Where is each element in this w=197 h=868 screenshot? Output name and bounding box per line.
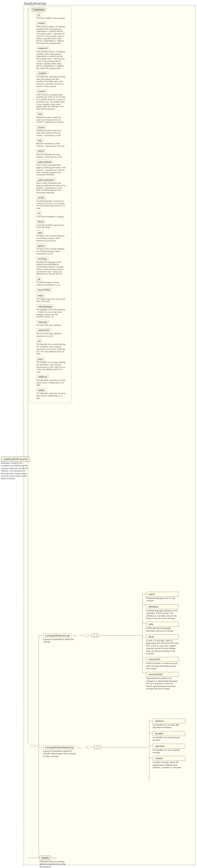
attribute-uri: uriA URI which identifies a concept. xyxy=(36,211,70,218)
attribute-creator: creatorIf the property value is not defi… xyxy=(36,21,70,45)
child-element-related: relatedA related concept, where the rela… xyxy=(153,756,185,769)
attribute-pubconstrainturi: pubconstrainturiOne or many constraints … xyxy=(36,178,70,194)
concept-relationships-group: ConceptRelationshipsGroup 0..∞ A group o… xyxy=(43,745,81,757)
attribute-whyuri: whyuriWhy the metadata has been included… xyxy=(36,149,70,158)
concept-definition-group: ConceptDefinitionGroup 0..∞ A group of p… xyxy=(43,633,76,643)
attribute-name: creatoruri xyxy=(36,46,49,51)
attribute-name: xml:lang xyxy=(36,257,48,261)
root-element-desc: Extension Property: the semantics are de… xyxy=(1,462,28,480)
attribute-valueunituri: valueunituriThe unit of the value attrib… xyxy=(36,328,70,338)
attribute-desc: Specifies the language of this property … xyxy=(36,261,66,276)
attributes-header: attributes xyxy=(32,8,45,11)
cardinality: 0..∞ xyxy=(53,857,56,859)
child-element-label: hierarchyInfo xyxy=(146,672,179,677)
attribute-desc: Why the metadata has been included - exp… xyxy=(36,143,66,148)
attribute-desc: The unit of the value attribute - expres… xyxy=(36,333,66,338)
attribute-desc: Why the metadata has been included - exp… xyxy=(36,154,66,158)
concept-definition-children: nameA natural language name for the conc… xyxy=(146,592,179,692)
child-element-label: definition xyxy=(146,604,179,609)
child-element-desc: An identifier of a concept with equivale… xyxy=(153,724,185,729)
attribute-valuedatatype: valuedatatypeThe datatype of the value a… xyxy=(36,304,70,318)
attribute-name: literal xyxy=(36,220,45,224)
attribute-name: how xyxy=(36,112,44,116)
child-element-desc: A natural language name for the concept. xyxy=(146,597,179,602)
child-element-note: noteAdditional natural language informat… xyxy=(146,622,179,632)
attribute-desc: The datatype of the value attribute – it… xyxy=(36,309,66,318)
attribute-valueunit: valueunitThe unit of the value attribute… xyxy=(36,320,70,327)
attribute-name: why xyxy=(36,138,43,142)
child-element-desc: A link to an item or a web resource whic… xyxy=(146,662,179,670)
attribute-type: typeThe type of the concept assigned as … xyxy=(36,230,70,242)
extension-any-other-label: ##other xyxy=(39,856,51,860)
attribute-name: creator xyxy=(36,21,46,25)
attribute-desc: The identifier of a concept defining the… xyxy=(36,361,66,373)
child-element-definition: definitionA natural language definition … xyxy=(146,604,179,620)
child-element-label: sameAs xyxy=(153,719,185,723)
attribute-qcode: qcodeA concept identifier expressed as a… xyxy=(36,196,70,210)
attribute-creatoruri: creatoruriIf the property value is not d… xyxy=(36,46,70,70)
attribute-desc: A concept identifier expressed as a stri… xyxy=(36,200,66,210)
child-element-desc: In NAR 1.8 and later, 'facet' is depreca… xyxy=(146,640,179,655)
extension-any-other: ##other 0..∞ Extension point for provide… xyxy=(39,856,67,868)
attribute-desc: The date (and, optionally, the time) whe… xyxy=(36,76,66,88)
attribute-desc: If the property value is not defined, sp… xyxy=(36,26,66,45)
child-element-desc: Represents the position of a concept in … xyxy=(146,677,179,690)
attribute-name: custom xyxy=(36,89,47,94)
attribute-name: valuedatatype xyxy=(36,304,54,308)
attribute-name: valueunituri xyxy=(36,328,51,333)
attribute-custom: customIf set to true the corresponding p… xyxy=(36,89,70,111)
concept-relationships-group-desc: A group of properties required to indica… xyxy=(43,750,76,757)
child-element-desc: An identifier of a more specific concept… xyxy=(153,749,185,754)
attribute-desc: The type of the concept assigned as cont… xyxy=(36,235,66,242)
attribute-id: idThe local identifier of the property. xyxy=(36,13,70,20)
child-element-desc: A related concept, where the relationshi… xyxy=(153,761,185,769)
attribute-how: howIndicates by which means the value wa… xyxy=(36,112,70,124)
attribute-desc: The identifier of a concept defining the… xyxy=(36,343,66,355)
child-element-label: name xyxy=(146,592,179,597)
child-element-label: facet xyxy=(146,634,179,639)
model-indicator: ⋯ xyxy=(87,745,91,749)
attribute-desc: The local identifier of the property. xyxy=(36,17,66,20)
attribute-reluri: reluriThe identifier of a concept defini… xyxy=(36,357,70,373)
concept-definition-group-desc: A group of properties to define the conc… xyxy=(43,638,76,643)
child-element-desc: Additional natural language information … xyxy=(146,627,179,632)
child-element-broader: broaderAn identifier of a more generic c… xyxy=(153,731,185,741)
attribute-desc: The related value (see more in the spec … xyxy=(36,298,66,303)
child-element-label: narrower xyxy=(153,744,185,749)
attribute-name: any ##other xyxy=(36,288,52,292)
child-element-name: nameA natural language name for the conc… xyxy=(146,592,179,602)
model-indicator: ⋯ xyxy=(85,633,88,637)
attribute-name: modified xyxy=(36,71,48,75)
attribute-pubconstraint: pubconstraintOne or many constraints tha… xyxy=(36,160,70,176)
attribute-name: valueunit xyxy=(36,320,49,324)
attribute-desc: Indicates by which means the value was e… xyxy=(36,129,66,136)
cardinality: 0..∞ xyxy=(78,747,81,749)
root-element: publishedExtProperty Extension Property:… xyxy=(1,457,29,480)
attribute-desc: Indicates by which means the value was e… xyxy=(36,117,66,124)
attributes-panel: attributes idThe local identifier of the… xyxy=(29,6,72,403)
attribute-name: rel xyxy=(36,339,42,343)
attribute-name: qcode xyxy=(36,196,46,200)
child-element-desc: A natural language definition of the sem… xyxy=(146,610,179,620)
child-element-facet: facetIn NAR 1.8 and later, 'facet' is de… xyxy=(146,634,179,655)
child-element-sameAs: sameAsAn identifier of a concept with eq… xyxy=(153,719,185,729)
child-element-label: remoteInfo xyxy=(146,657,179,662)
attribute-validfrom: validfromThe date (and, optionally, the … xyxy=(36,375,70,386)
attribute-any---other: any ##other xyxy=(36,288,70,292)
attribute-desc: One or many constraints that apply to pu… xyxy=(36,182,66,194)
attribute-dir: dirThe directionality of textual content… xyxy=(36,277,70,286)
child-element-remoteInfo: remoteInfoA link to an item or a web res… xyxy=(146,657,179,670)
attribute-modified: modifiedThe date (and, optionally, the t… xyxy=(36,71,70,88)
attribute-desc: The date (and, optionally, the time) aft… xyxy=(36,393,66,400)
attribute-name: validto xyxy=(36,388,46,392)
attribute-desc: The type of the concept assigned as cont… xyxy=(36,248,66,255)
attribute-desc: The directionality of textual content (e… xyxy=(36,281,66,286)
attribute-typeuri: typeuriThe type of the concept assigned … xyxy=(36,244,70,255)
child-element-label: broader xyxy=(153,731,185,736)
attribute-name: type xyxy=(36,230,44,235)
attribute-name: value xyxy=(36,294,45,298)
attribute-desc: One or many constraints that apply to pu… xyxy=(36,164,66,176)
attribute-desc: A concept identifier expressed as a free… xyxy=(36,224,66,229)
sequence-indicator xyxy=(94,745,101,749)
attribute-why: whyWhy the metadata has been included - … xyxy=(36,138,70,148)
